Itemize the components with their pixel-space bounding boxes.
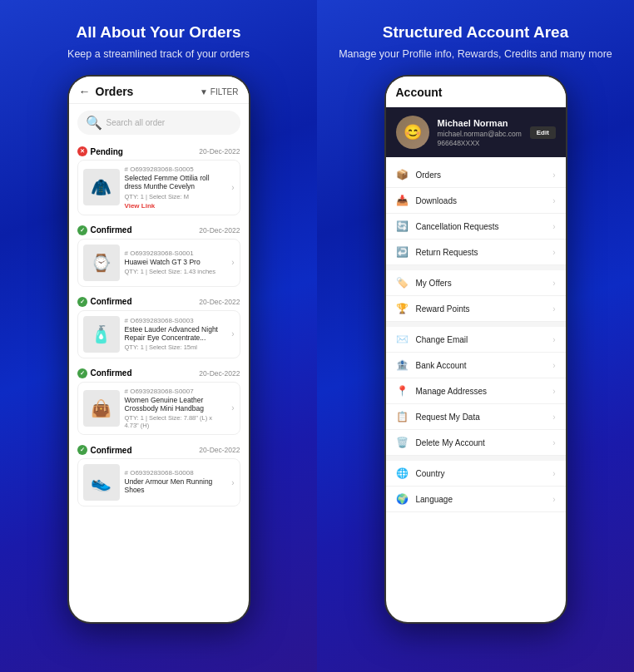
downloads-label: Downloads [416,196,547,205]
delete-account-icon: 🗑️ [396,437,409,448]
delete-account-label: Delete My Account [416,438,547,447]
rewards-icon: 🏆 [396,303,409,314]
language-chevron: › [552,495,555,504]
filter-button[interactable]: ▼ FILTER [200,87,239,96]
order-img-5: 👟 [83,464,120,501]
confirmed-dot-1 [77,225,87,235]
order-item-2[interactable]: ⌚ # O6939283068-S0001 Huawei Watch GT 3 … [77,239,240,287]
filter-icon: ▼ [200,87,208,96]
chevron-icon-3: › [231,329,234,338]
order-section-pending: Pending 20-Dec-2022 🧥 # O6939283068-S000… [69,141,249,215]
cancellation-label: Cancellation Requests [416,222,547,231]
order-img-1: 🧥 [83,169,120,205]
offers-icon: 🏷️ [396,277,409,289]
search-bar[interactable]: 🔍 Search all order [77,111,240,135]
order-img-2: ⌚ [83,245,120,281]
cancellation-icon: 🔄 [396,220,409,232]
order-status-row-4: Confirmed 20-Dec-2022 [77,368,240,378]
country-chevron: › [552,469,555,478]
order-date-1: 20-Dec-2022 [199,147,240,156]
order-status-row-2: Confirmed 20-Dec-2022 [77,225,240,235]
profile-phone: 966648XXXX [438,139,522,147]
menu-item-rewards[interactable]: 🏆 Reward Points › [386,296,566,322]
right-subheading: Manage your Profile info, Rewards, Credi… [339,47,612,62]
left-phone-mockup: ← Orders ▼ FILTER 🔍 Search all order [67,75,250,624]
profile-name: Michael Norman [438,118,522,128]
language-label: Language [416,495,547,504]
bank-label: Bank Account [416,361,547,370]
order-section-confirmed-4: Confirmed 20-Dec-2022 👟 # O6939283068-S0… [69,440,249,506]
request-data-icon: 📋 [396,411,409,422]
avatar: 😊 [396,116,429,149]
change-email-chevron: › [552,335,555,344]
confirmed-dot-4 [77,445,87,455]
menu-item-country[interactable]: 🌐 Country › [386,461,566,487]
downloads-chevron: › [552,196,555,205]
account-menu: 📦 Orders › 📥 Downloads › 🔄 Cancellation … [386,162,566,622]
chevron-icon-5: › [231,478,234,487]
menu-item-orders[interactable]: 📦 Orders › [386,162,566,188]
confirmed-dot-2 [77,297,87,307]
language-icon: 🌍 [396,493,409,505]
order-section-confirmed-2: Confirmed 20-Dec-2022 🧴 # O6939283068-S0… [69,292,249,358]
profile-info: Michael Norman michael.norman@abc.com 96… [438,118,522,147]
request-data-label: Request My Data [416,413,547,422]
menu-item-return[interactable]: ↩️ Return Requests › [386,240,566,265]
chevron-icon-4: › [231,403,234,413]
order-info-4: # O6939283068-S0007 Women Genuine Leathe… [125,388,227,429]
order-status-row-3: Confirmed 20-Dec-2022 [77,297,240,307]
order-item-3[interactable]: 🧴 # O6939283068-S0003 Estee Lauder Advan… [77,310,240,358]
pending-dot [77,146,87,156]
chevron-icon-1: › [231,183,234,192]
order-date-2: 20-Dec-2022 [199,226,240,235]
country-icon: 🌐 [396,467,409,479]
status-label-confirmed-3: Confirmed [77,368,132,378]
left-panel: All About Your Orders Keep a streamlined… [0,0,317,672]
right-panel: Structured Account Area Manage your Prof… [317,0,634,672]
view-link-1[interactable]: View Link [125,202,227,210]
orders-label: Orders [416,170,547,180]
back-icon[interactable]: ← [79,85,91,98]
change-email-label: Change Email [416,335,547,344]
delete-account-chevron: › [552,438,555,447]
left-subheading: Keep a streamlined track of your orders [67,47,250,62]
menu-item-bank[interactable]: 🏦 Bank Account › [386,353,566,378]
status-label-confirmed-1: Confirmed [77,225,132,235]
menu-item-delete-account[interactable]: 🗑️ Delete My Account › [386,430,566,456]
return-chevron: › [552,248,555,257]
menu-item-downloads[interactable]: 📥 Downloads › [386,188,566,214]
status-label-confirmed-2: Confirmed [77,297,132,307]
orders-icon: 📦 [396,169,409,180]
bank-chevron: › [552,361,555,370]
menu-item-request-data[interactable]: 📋 Request My Data › [386,404,566,430]
order-status-row-1: Pending 20-Dec-2022 [77,146,240,156]
menu-item-language[interactable]: 🌍 Language › [386,487,566,512]
edit-button[interactable]: Edit [530,126,556,139]
offers-label: My Offers [416,279,547,288]
order-info-3: # O6939283068-S0003 Estee Lauder Advance… [125,317,227,351]
profile-email: michael.norman@abc.com [438,130,522,138]
right-heading: Structured Account Area [383,23,568,42]
order-date-3: 20-Dec-2022 [199,298,240,306]
order-item-4[interactable]: 👜 # O6939283068-S0007 Women Genuine Leat… [77,382,240,435]
menu-item-offers[interactable]: 🏷️ My Offers › [386,270,566,296]
menu-item-change-email[interactable]: ✉️ Change Email › [386,327,566,353]
order-item-1[interactable]: 🧥 # O6939283068-S0005 Selected Femme Ott… [77,160,240,215]
menu-item-cancellation[interactable]: 🔄 Cancellation Requests › [386,214,566,240]
order-info-5: # O6939283068-S0008 Under Armour Men Run… [125,469,227,496]
status-label-confirmed-4: Confirmed [77,445,132,455]
order-info-1: # O6939283068-S0005 Selected Femme Ottil… [125,166,227,209]
account-screen: Account 😊 Michael Norman michael.norman@… [386,77,566,622]
left-heading: All About Your Orders [76,23,240,42]
order-item-5[interactable]: 👟 # O6939283068-S0008 Under Armour Men R… [77,458,240,506]
search-icon: 🔍 [86,115,102,131]
menu-item-addresses[interactable]: 📍 Manage Addresses › [386,378,566,404]
addresses-icon: 📍 [396,385,409,397]
confirmed-dot-3 [77,368,87,378]
change-email-icon: ✉️ [396,334,409,345]
account-profile: 😊 Michael Norman michael.norman@abc.com … [386,107,566,157]
addresses-label: Manage Addresses [416,387,547,396]
return-label: Return Requests [416,248,547,257]
status-label-pending: Pending [77,146,123,156]
orders-screen: ← Orders ▼ FILTER 🔍 Search all order [69,77,249,622]
